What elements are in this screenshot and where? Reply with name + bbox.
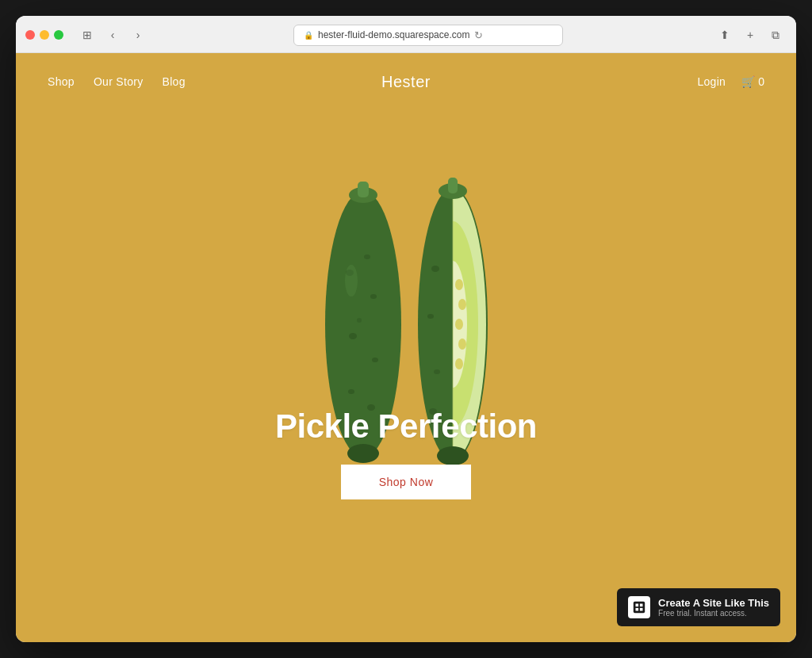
cart-icon-symbol: 🛒 xyxy=(741,75,755,88)
site-nav: Shop Our Story Blog Hester Login 🛒 0 xyxy=(16,53,796,110)
maximize-button[interactable] xyxy=(54,30,63,40)
traffic-lights xyxy=(25,30,63,40)
badge-main-text: Create A Site Like This xyxy=(658,597,769,609)
nav-right: Login 🛒 0 xyxy=(697,75,764,88)
lock-icon: 🔒 xyxy=(304,31,313,40)
badge-text: Create A Site Like This Free trial. Inst… xyxy=(658,597,769,618)
hero-area: Pickle Perfection Shop Now xyxy=(16,53,796,642)
svg-rect-33 xyxy=(636,604,639,607)
svg-point-2 xyxy=(370,294,377,299)
browser-nav: ⊞ ‹ › xyxy=(76,24,149,46)
squarespace-logo xyxy=(628,596,650,618)
svg-rect-34 xyxy=(640,604,643,607)
browser-window: ⊞ ‹ › 🔒 hester-fluid-demo.squarespace.co… xyxy=(16,16,796,642)
svg-point-4 xyxy=(372,358,378,362)
address-bar-container: 🔒 hester-fluid-demo.squarespace.com ↻ xyxy=(155,25,701,46)
hero-content: Pickle Perfection Shop Now xyxy=(275,407,537,499)
hero-title: Pickle Perfection xyxy=(275,407,537,446)
svg-point-7 xyxy=(357,318,362,323)
tabs-button[interactable]: ⧉ xyxy=(764,24,787,46)
svg-point-3 xyxy=(349,333,357,339)
svg-point-5 xyxy=(348,389,354,394)
svg-point-20 xyxy=(458,299,466,310)
back-button[interactable]: ‹ xyxy=(102,24,124,46)
badge-sub-text: Free trial. Instant access. xyxy=(658,609,769,618)
shop-now-button[interactable]: Shop Now xyxy=(341,465,472,499)
sidebar-toggle-button[interactable]: ⊞ xyxy=(76,24,98,46)
svg-point-19 xyxy=(455,279,463,290)
site-brand[interactable]: Hester xyxy=(381,73,431,91)
website: Shop Our Story Blog Hester Login 🛒 0 xyxy=(16,53,796,642)
nav-shop[interactable]: Shop xyxy=(48,75,75,88)
address-bar[interactable]: 🔒 hester-fluid-demo.squarespace.com ↻ xyxy=(293,25,563,46)
forward-button[interactable]: › xyxy=(127,24,149,46)
svg-point-22 xyxy=(458,339,466,350)
cart-count: 0 xyxy=(758,75,764,88)
svg-point-27 xyxy=(434,369,440,374)
squarespace-logo-svg xyxy=(632,600,646,614)
minimize-button[interactable] xyxy=(40,30,49,40)
svg-point-8 xyxy=(364,254,370,259)
browser-chrome: ⊞ ‹ › 🔒 hester-fluid-demo.squarespace.co… xyxy=(16,16,796,53)
share-button[interactable]: ⬆ xyxy=(714,24,736,46)
nav-blog[interactable]: Blog xyxy=(163,75,186,88)
nav-left: Shop Our Story Blog xyxy=(48,75,186,88)
svg-point-26 xyxy=(427,314,434,319)
close-button[interactable] xyxy=(25,30,35,40)
svg-rect-12 xyxy=(358,182,369,197)
cart-button[interactable]: 🛒 0 xyxy=(741,75,764,88)
nav-login[interactable]: Login xyxy=(697,75,726,88)
svg-point-23 xyxy=(455,358,463,369)
svg-rect-35 xyxy=(636,608,639,611)
svg-rect-36 xyxy=(640,608,643,611)
svg-point-25 xyxy=(431,266,439,272)
nav-our-story[interactable]: Our Story xyxy=(94,75,144,88)
svg-point-21 xyxy=(455,319,463,330)
squarespace-badge[interactable]: Create A Site Like This Free trial. Inst… xyxy=(617,588,780,626)
browser-actions: ⬆ + ⧉ xyxy=(714,24,787,46)
svg-rect-32 xyxy=(634,602,645,613)
new-tab-button[interactable]: + xyxy=(739,24,761,46)
svg-rect-30 xyxy=(448,178,458,193)
url-text: hester-fluid-demo.squarespace.com xyxy=(318,29,469,40)
svg-point-10 xyxy=(345,265,358,296)
refresh-button[interactable]: ↻ xyxy=(474,29,483,41)
